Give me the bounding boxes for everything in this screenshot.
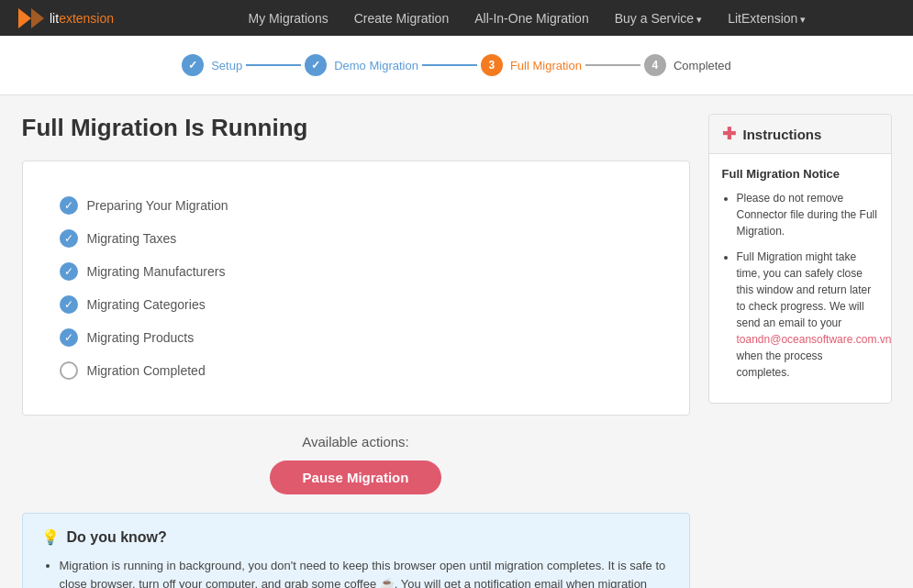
step-demo-label: Demo Migration [334, 59, 418, 72]
nav-my-migrations[interactable]: My Migrations [249, 11, 328, 26]
info-box-item-1: Migration is running in background, you … [60, 557, 671, 588]
brand-logo-area[interactable]: litextension [18, 8, 114, 28]
migration-item-manufacturers: ✓ Migrating Manufacturers [60, 255, 652, 288]
check-icon-preparing: ✓ [60, 196, 78, 215]
step-full-label: Full Migration [510, 59, 582, 72]
step-setup-icon: ✓ [182, 54, 204, 76]
stepper: ✓ Setup ✓ Demo Migration 3 Full Migratio… [0, 36, 913, 95]
connector-3 [585, 64, 640, 66]
instructions-item-2: Full Migration might take time, you can … [737, 249, 878, 381]
navbar: litextension My Migrations Create Migrat… [0, 0, 913, 36]
migration-item-categories: ✓ Migrating Categories [60, 288, 652, 321]
nav-links: My Migrations Create Migration All-In-On… [160, 11, 895, 26]
step-demo-icon: ✓ [305, 54, 327, 76]
svg-marker-1 [31, 8, 44, 28]
instructions-notice-title: Full Migration Notice [722, 167, 878, 181]
brand-icon [18, 8, 44, 28]
instructions-box: ✚ Instructions Full Migration Notice Ple… [708, 114, 892, 404]
nav-all-in-one[interactable]: All-In-One Migration [474, 11, 589, 26]
pause-migration-button[interactable]: Pause Migration [270, 460, 442, 494]
check-icon-manufacturers: ✓ [60, 262, 78, 281]
main-container: Full Migration Is Running ✓ Preparing Yo… [7, 95, 907, 588]
instructions-header: ✚ Instructions [709, 115, 891, 154]
actions-section: Available actions: Pause Migration [22, 434, 690, 494]
check-icon-taxes: ✓ [60, 229, 78, 248]
migration-item-taxes-label: Migrating Taxes [87, 231, 177, 246]
migration-status-box: ✓ Preparing Your Migration ✓ Migrating T… [22, 161, 690, 416]
check-icon-migration-completed [60, 361, 78, 380]
step-setup-label: Setup [211, 59, 242, 72]
right-panel: ✚ Instructions Full Migration Notice Ple… [708, 114, 892, 588]
check-icon-categories: ✓ [60, 295, 78, 314]
left-panel: Full Migration Is Running ✓ Preparing Yo… [22, 114, 690, 588]
info-box-list: Migration is running in background, you … [41, 557, 671, 588]
migration-item-products-label: Migrating Products [87, 330, 195, 345]
migration-item-categories-label: Migrating Categories [87, 297, 206, 312]
migration-item-migration-completed-label: Migration Completed [87, 363, 206, 378]
instructions-list: Please do not remove Connector file duri… [722, 190, 878, 381]
nav-create-migration[interactable]: Create Migration [354, 11, 450, 26]
check-icon-products: ✓ [60, 328, 78, 347]
migration-item-manufacturers-label: Migrating Manufacturers [87, 264, 226, 279]
connector-1 [246, 64, 301, 66]
svg-marker-0 [18, 8, 31, 28]
nav-litextension[interactable]: LitExtension [728, 11, 806, 26]
info-box-title-text: Do you know? [67, 529, 167, 546]
migration-item-migration-completed: Migration Completed [60, 354, 652, 387]
step-completed-label: Completed [674, 59, 731, 72]
instructions-header-label: Instructions [743, 127, 822, 142]
connector-2 [422, 64, 477, 66]
step-full-migration: 3 Full Migration [481, 54, 582, 76]
migration-item-preparing: ✓ Preparing Your Migration [60, 189, 652, 222]
instructions-item-1: Please do not remove Connector file duri… [737, 190, 878, 239]
page-title: Full Migration Is Running [22, 114, 690, 142]
step-completed: 4 Completed [644, 54, 731, 76]
instructions-email-link[interactable]: toandn@oceansoftware.com.vn [737, 333, 892, 346]
nav-buy-service[interactable]: Buy a Service [615, 11, 702, 26]
step-completed-icon: 4 [644, 54, 666, 76]
info-box-emoji: 💡 [41, 528, 60, 546]
info-box: 💡 Do you know? Migration is running in b… [22, 513, 690, 588]
info-box-title: 💡 Do you know? [41, 528, 671, 546]
migration-item-preparing-label: Preparing Your Migration [87, 198, 228, 213]
brand-name: litextension [50, 11, 114, 26]
actions-label: Available actions: [22, 434, 690, 449]
step-full-icon: 3 [481, 54, 503, 76]
instructions-icon: ✚ [722, 124, 736, 144]
step-setup: ✓ Setup [182, 54, 242, 76]
migration-item-taxes: ✓ Migrating Taxes [60, 222, 652, 255]
step-demo: ✓ Demo Migration [305, 54, 418, 76]
migration-item-products: ✓ Migrating Products [60, 321, 652, 354]
instructions-body: Full Migration Notice Please do not remo… [709, 154, 891, 403]
brand-lit: lit [50, 11, 59, 26]
brand-ext: extension [59, 11, 114, 26]
